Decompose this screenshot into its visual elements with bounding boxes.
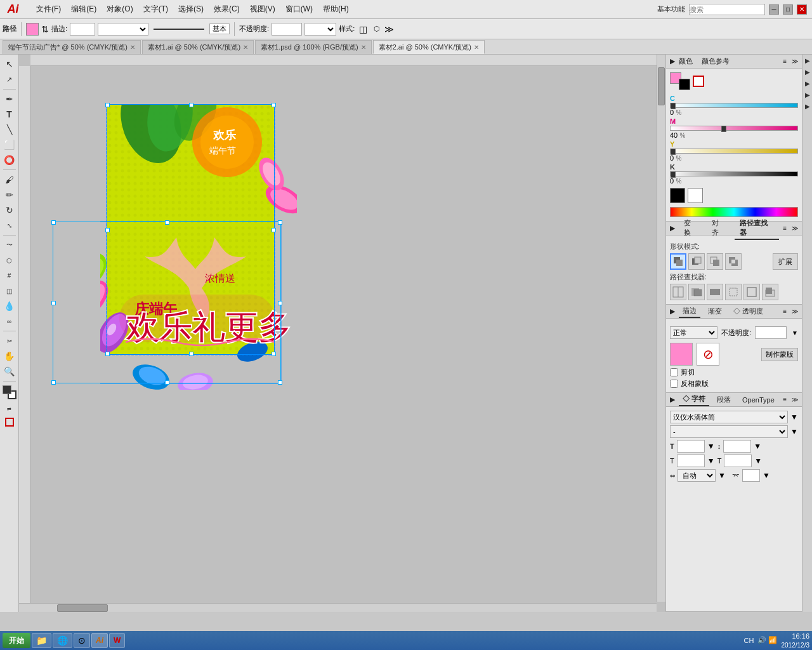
color-panel-title[interactable]: 颜色 <box>679 56 693 66</box>
minimize-btn[interactable]: ─ <box>769 4 779 15</box>
hscrollbar[interactable] <box>19 603 657 612</box>
trim-btn[interactable] <box>688 284 705 300</box>
tab-sucai2-close[interactable]: ✕ <box>474 44 479 51</box>
search-input[interactable] <box>689 4 765 15</box>
menu-select[interactable]: 选择(S) <box>173 3 209 16</box>
pf-tab-transform[interactable]: 变换 <box>679 217 703 240</box>
stroke-arrow-btn[interactable]: ⇅ <box>41 24 49 34</box>
paintbrush-tool[interactable]: 🖌 <box>3 173 16 187</box>
vscrollbar[interactable] <box>657 55 665 602</box>
pf-tab-align[interactable]: 对齐 <box>707 217 731 240</box>
stroke-value-input[interactable] <box>70 23 95 36</box>
stroke-style-select[interactable] <box>98 23 148 36</box>
tab-sucai1psd-close[interactable]: ✕ <box>361 44 366 51</box>
warp-tool[interactable]: 〜 <box>3 238 16 252</box>
no-icon[interactable]: ⊘ <box>697 343 719 366</box>
menu-edit[interactable]: 编辑(E) <box>66 3 102 16</box>
line-tool[interactable]: ╲ <box>3 123 16 136</box>
vscroll-thumb[interactable] <box>658 67 665 105</box>
taskbar-ie[interactable]: 🌐 <box>53 633 72 648</box>
opacity-value-input[interactable]: 100% <box>755 326 787 339</box>
stroke-color[interactable] <box>679 79 690 90</box>
handle-tl[interactable] <box>51 220 56 225</box>
tab-opentype[interactable]: OpenType <box>738 395 778 405</box>
taskbar-wps[interactable]: W <box>109 633 125 648</box>
hand-tool[interactable]: ✋ <box>3 349 16 363</box>
more-options-icon[interactable]: ≫ <box>384 24 394 34</box>
gradient-tool[interactable]: ◫ <box>3 284 16 298</box>
minus-back-btn[interactable] <box>762 284 778 300</box>
tab-gradient[interactable]: 渐变 <box>704 305 726 317</box>
none-color[interactable] <box>693 76 704 87</box>
color-panel-menu[interactable]: ≫ <box>792 58 798 65</box>
baseline-input[interactable]: 0 <box>742 469 760 482</box>
minus-front-btn[interactable] <box>688 253 705 270</box>
m-track[interactable] <box>670 126 798 131</box>
char-panel-collapse[interactable]: ≡ <box>783 396 787 403</box>
panel-expand-1[interactable]: ▶ <box>803 57 812 66</box>
style-select[interactable] <box>304 23 336 36</box>
white-swatch[interactable] <box>688 188 703 203</box>
close-btn[interactable]: ✕ <box>797 4 807 15</box>
tab-sucai2[interactable]: 素材2.ai @ 50% (CMYK/预览) ✕ <box>373 40 485 54</box>
transform-icon[interactable]: ◫ <box>357 24 369 34</box>
scale-tool[interactable]: ⤡ <box>3 218 16 232</box>
font-style-select[interactable]: - <box>670 425 788 438</box>
taskbar-folder[interactable]: 📁 <box>32 633 51 648</box>
taskbar-lang[interactable]: CH <box>744 637 754 644</box>
type-tool[interactable]: T <box>3 107 16 121</box>
exclude-btn[interactable] <box>725 253 742 270</box>
pathfinder-panel-header[interactable]: ▶ 变换 对齐 路径查找器 ≡ ≫ <box>666 222 802 235</box>
scale-v-input[interactable]: 100% <box>724 454 752 467</box>
panel-expand-2[interactable]: ▶ <box>803 69 812 77</box>
menu-file[interactable]: 文件(F) <box>31 3 66 16</box>
canvas-area[interactable]: 庆端午 浓情送 欢乐礼更多 欢乐 端午节 <box>19 55 665 612</box>
make-mask-btn[interactable]: 制作蒙版 <box>761 348 798 361</box>
pf-panel-menu[interactable]: ≫ <box>792 225 798 232</box>
start-button[interactable]: 开始 <box>3 633 30 648</box>
handle-ml[interactable] <box>51 301 56 305</box>
scissors-tool[interactable]: ✂ <box>3 334 16 348</box>
opacity-dropdown[interactable]: ▼ <box>792 329 798 336</box>
tab-sucai1psd[interactable]: 素材1.psd @ 100% (RGB/预览) ✕ <box>255 40 372 54</box>
selection-tool[interactable]: ↖ <box>3 57 16 71</box>
blend-tool[interactable]: ∞ <box>3 314 16 328</box>
tracking-select[interactable]: 自动 <box>678 469 716 482</box>
leading-input[interactable]: 68 pt <box>723 440 751 453</box>
tab-sucai1-close[interactable]: ✕ <box>243 44 248 51</box>
color-panel-collapse[interactable]: ≡ <box>783 58 787 65</box>
stroke-color-swatch[interactable] <box>26 23 39 36</box>
fill-stroke-colors[interactable] <box>670 72 690 90</box>
direct-select-tool[interactable]: ↗ <box>3 72 16 86</box>
menu-effect[interactable]: 效果(C) <box>209 3 245 16</box>
y-track[interactable] <box>670 149 798 154</box>
invert-checkbox[interactable] <box>670 380 678 388</box>
color-spectrum[interactable] <box>670 207 798 217</box>
black-swatch[interactable] <box>670 188 685 203</box>
tab-character[interactable]: ◇ 字符 <box>679 393 709 406</box>
expand-btn[interactable]: 扩展 <box>773 253 798 270</box>
merge-btn[interactable] <box>707 284 723 300</box>
stroke-panel-header[interactable]: ▶ 描边 渐变 ◇ 透明度 ≡ ≫ <box>666 305 802 319</box>
intersect-btn[interactable] <box>707 253 723 270</box>
swap-fill-stroke[interactable]: ⇄ <box>3 402 16 416</box>
handle-bl[interactable] <box>51 380 56 385</box>
zoom-tool[interactable]: 🔍 <box>3 364 16 378</box>
color-ref-title[interactable]: 颜色参考 <box>702 56 730 66</box>
c-thumb[interactable] <box>671 103 676 109</box>
fill-stroke-indicator[interactable] <box>3 385 16 399</box>
tab-sucai1[interactable]: 素材1.ai @ 50% (CMYK/预览) ✕ <box>142 40 254 54</box>
menu-view[interactable]: 视图(V) <box>245 3 280 16</box>
panel-expand-3[interactable]: ▶ <box>803 80 812 89</box>
k-track[interactable] <box>670 171 798 176</box>
freegradient-tool[interactable]: ⬡ <box>3 253 16 267</box>
eyedropper-tool[interactable]: 💧 <box>3 299 16 313</box>
stroke-panel-collapse[interactable]: ≡ <box>783 308 787 315</box>
tab-duanwu-close[interactable]: ✕ <box>130 44 135 51</box>
k-thumb[interactable] <box>671 171 676 178</box>
crop-btn[interactable] <box>725 284 742 300</box>
tab-paragraph[interactable]: 段落 <box>713 394 735 406</box>
hscroll-thumb[interactable] <box>57 604 108 612</box>
c-track[interactable] <box>670 103 798 108</box>
taskbar-ai[interactable]: Ai <box>91 633 108 648</box>
